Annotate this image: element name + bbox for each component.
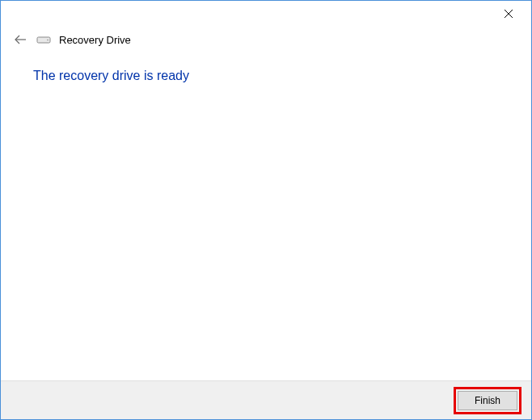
close-button[interactable]	[492, 2, 525, 25]
wizard-footer: Finish	[1, 380, 531, 419]
drive-icon	[36, 34, 51, 45]
back-arrow-icon	[14, 34, 27, 45]
titlebar	[1, 1, 531, 27]
page-heading: The recovery drive is ready	[33, 69, 499, 83]
svg-point-4	[47, 40, 49, 41]
recovery-drive-wizard-window: Recovery Drive The recovery drive is rea…	[0, 0, 532, 420]
wizard-header: Recovery Drive	[1, 27, 531, 56]
wizard-content: The recovery drive is ready	[1, 56, 531, 380]
finish-highlight: Finish	[454, 387, 521, 414]
close-icon	[504, 9, 513, 19]
wizard-title: Recovery Drive	[59, 34, 131, 46]
back-button[interactable]	[12, 32, 28, 48]
finish-button[interactable]: Finish	[458, 391, 517, 410]
